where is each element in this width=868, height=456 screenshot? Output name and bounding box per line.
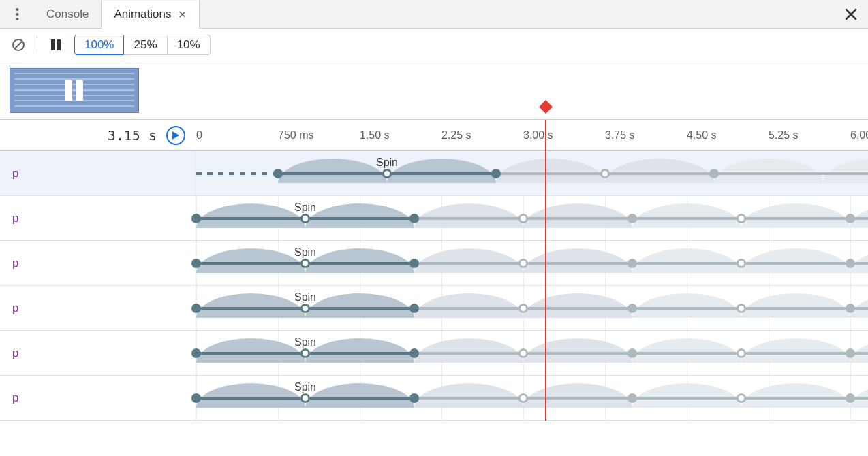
tabbar-spacer bbox=[200, 0, 834, 28]
svg-rect-5 bbox=[51, 39, 55, 50]
easing-bump bbox=[414, 338, 523, 363]
tab-console[interactable]: Console bbox=[34, 0, 101, 28]
ruler-scale[interactable]: 0750 ms1.50 s2.25 s3.00 s3.75 s4.50 s5.2… bbox=[196, 120, 868, 150]
speed-25-button[interactable]: 25% bbox=[124, 35, 167, 55]
keyframe-end[interactable] bbox=[409, 393, 419, 403]
keyframe-mid[interactable] bbox=[300, 393, 310, 403]
track-row[interactable]: pSpin bbox=[0, 151, 868, 196]
track-element-tag[interactable]: p bbox=[0, 286, 196, 330]
keyframe-mid-repeat bbox=[518, 393, 528, 403]
keyframe-mid[interactable] bbox=[300, 259, 310, 268]
easing-bump bbox=[523, 338, 632, 363]
keyframe-start[interactable] bbox=[191, 348, 201, 358]
easing-bump bbox=[523, 248, 632, 273]
keyframe-mid-repeat bbox=[600, 169, 610, 178]
keyframe-end-repeat bbox=[627, 348, 637, 358]
track-lane[interactable]: Spin bbox=[196, 376, 868, 420]
svg-rect-6 bbox=[57, 39, 61, 50]
tab-animations-close-icon[interactable]: ✕ bbox=[178, 8, 187, 21]
track-element-tag[interactable]: p bbox=[0, 331, 196, 375]
speed-10-button[interactable]: 10% bbox=[168, 35, 211, 55]
track-element-tag[interactable]: p bbox=[0, 241, 196, 285]
track-lane[interactable]: Spin bbox=[196, 241, 868, 285]
track-lane[interactable]: Spin bbox=[196, 196, 868, 240]
animation-tracks: pSpinpSpinpSpinpSpinpSpinpSpin bbox=[0, 151, 868, 421]
speed-100-button[interactable]: 100% bbox=[74, 35, 124, 55]
keyframe-end[interactable] bbox=[409, 348, 419, 358]
ruler-tick: 2.25 s bbox=[441, 129, 471, 142]
keyframe-mid[interactable] bbox=[300, 304, 310, 313]
easing-bump bbox=[196, 203, 305, 228]
clear-button[interactable] bbox=[10, 36, 27, 54]
animation-repeat-bar bbox=[414, 307, 868, 310]
easing-bump bbox=[523, 203, 632, 228]
animation-repeat-bar bbox=[414, 217, 868, 220]
pause-all-button[interactable] bbox=[47, 36, 65, 54]
easing-bump bbox=[196, 248, 305, 273]
animation-repeat-bar bbox=[414, 397, 868, 400]
easing-bump bbox=[496, 159, 605, 183]
easing-bump bbox=[414, 383, 523, 408]
track-row[interactable]: pSpin bbox=[0, 196, 868, 241]
keyframe-start[interactable] bbox=[191, 259, 201, 268]
track-lane[interactable]: Spin bbox=[196, 151, 868, 195]
easing-bump bbox=[196, 383, 305, 408]
track-lane[interactable]: Spin bbox=[196, 286, 868, 330]
track-row[interactable]: pSpin bbox=[0, 376, 868, 421]
track-row[interactable]: pSpin bbox=[0, 241, 868, 286]
ruler-tick: 4.50 s bbox=[687, 129, 717, 142]
track-row[interactable]: pSpin bbox=[0, 331, 868, 376]
animation-groups-strip bbox=[0, 61, 868, 120]
keyframe-end[interactable] bbox=[491, 169, 501, 178]
keyframe-end[interactable] bbox=[409, 304, 419, 313]
keyframe-end[interactable] bbox=[409, 214, 419, 223]
svg-point-1 bbox=[16, 13, 18, 16]
keyframe-end-repeat bbox=[627, 214, 637, 223]
easing-bump bbox=[523, 383, 632, 408]
easing-bump bbox=[196, 293, 305, 318]
animation-name-label: Spin bbox=[376, 157, 398, 169]
keyframe-mid-repeat bbox=[737, 214, 746, 223]
animation-name-label: Spin bbox=[294, 381, 316, 393]
tab-console-label: Console bbox=[46, 7, 89, 21]
keyframe-start[interactable] bbox=[191, 214, 201, 223]
keyframe-start[interactable] bbox=[191, 393, 201, 403]
more-menu-button[interactable] bbox=[0, 0, 34, 28]
keyframe-mid[interactable] bbox=[300, 214, 310, 223]
playback-speed-group: 100% 25% 10% bbox=[74, 35, 211, 55]
keyframe-end-repeat bbox=[627, 304, 637, 313]
track-lane[interactable]: Spin bbox=[196, 331, 868, 375]
keyframe-start[interactable] bbox=[273, 169, 283, 178]
keyframe-end-repeat bbox=[709, 169, 719, 178]
animation-name-label: Spin bbox=[294, 336, 316, 348]
keyframe-mid[interactable] bbox=[382, 169, 392, 178]
timeline-head-left: 3.15 s bbox=[0, 120, 196, 150]
close-drawer-button[interactable] bbox=[834, 0, 868, 28]
track-element-tag[interactable]: p bbox=[0, 376, 196, 420]
easing-bump bbox=[632, 293, 741, 318]
animation-group-thumbnail[interactable] bbox=[10, 68, 139, 113]
keyframe-mid-repeat bbox=[737, 348, 746, 358]
toolbar-separator bbox=[37, 36, 37, 54]
easing-bump bbox=[632, 383, 741, 408]
easing-bump bbox=[741, 338, 850, 363]
easing-bump bbox=[196, 338, 305, 363]
track-row[interactable]: pSpin bbox=[0, 286, 868, 331]
track-element-tag[interactable]: p bbox=[0, 151, 196, 195]
keyframe-end[interactable] bbox=[409, 259, 419, 268]
svg-point-2 bbox=[16, 18, 18, 20]
easing-bump bbox=[414, 248, 523, 273]
play-button[interactable] bbox=[166, 126, 185, 145]
tab-animations[interactable]: Animations ✕ bbox=[101, 1, 200, 29]
keyframe-start[interactable] bbox=[191, 304, 201, 313]
svg-line-4 bbox=[15, 42, 22, 48]
keyframe-mid[interactable] bbox=[300, 348, 310, 358]
keyframe-mid-repeat bbox=[518, 348, 528, 358]
ruler-tick: 1.50 s bbox=[360, 129, 390, 142]
easing-bump bbox=[632, 203, 741, 228]
keyframe-mid-repeat bbox=[737, 304, 746, 313]
track-element-tag[interactable]: p bbox=[0, 196, 196, 240]
easing-bump bbox=[305, 203, 414, 228]
keyframe-end-repeat bbox=[627, 393, 637, 403]
pause-icon bbox=[65, 80, 83, 101]
